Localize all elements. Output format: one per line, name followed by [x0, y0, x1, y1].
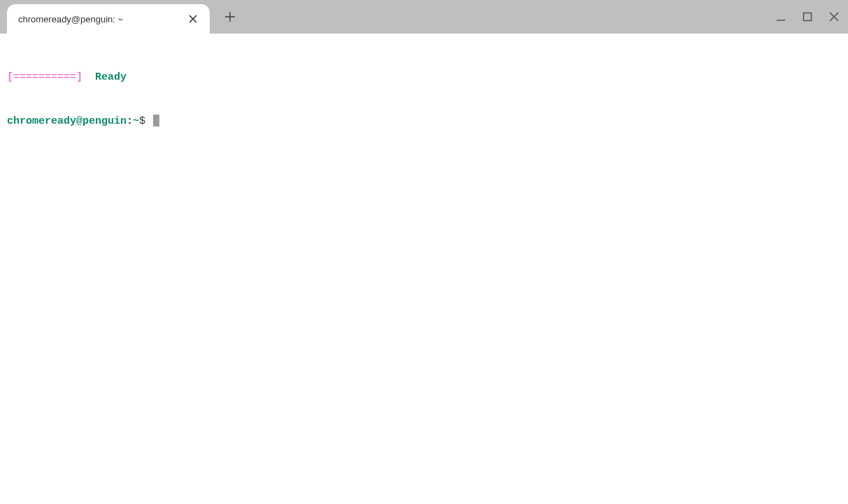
window-controls — [774, 0, 841, 34]
svg-rect-5 — [804, 13, 812, 21]
close-window-button[interactable] — [827, 10, 841, 24]
close-tab-icon[interactable] — [186, 12, 200, 26]
prompt-separator: : — [127, 115, 133, 127]
prompt-path: ~ — [133, 115, 139, 127]
prompt-user-host: chromeready@penguin — [7, 115, 127, 127]
tab-active[interactable]: chromeready@penguin: ~ — [7, 4, 210, 34]
new-tab-button[interactable] — [220, 6, 240, 27]
terminal-cursor — [153, 115, 159, 127]
maximize-button[interactable] — [800, 10, 814, 24]
minimize-button[interactable] — [774, 10, 788, 24]
tab-title: chromeready@penguin: ~ — [18, 14, 186, 24]
progress-bar-text: [==========] — [7, 71, 82, 83]
prompt-symbol: $ — [139, 115, 145, 127]
titlebar: chromeready@penguin: ~ — [0, 0, 848, 34]
ready-status: Ready — [95, 71, 127, 83]
terminal-line-prompt: chromeready@penguin:~$ — [7, 114, 841, 129]
terminal-area[interactable]: [==========] Ready chromeready@penguin:~… — [0, 34, 848, 150]
terminal-line-status: [==========] Ready — [7, 70, 841, 85]
